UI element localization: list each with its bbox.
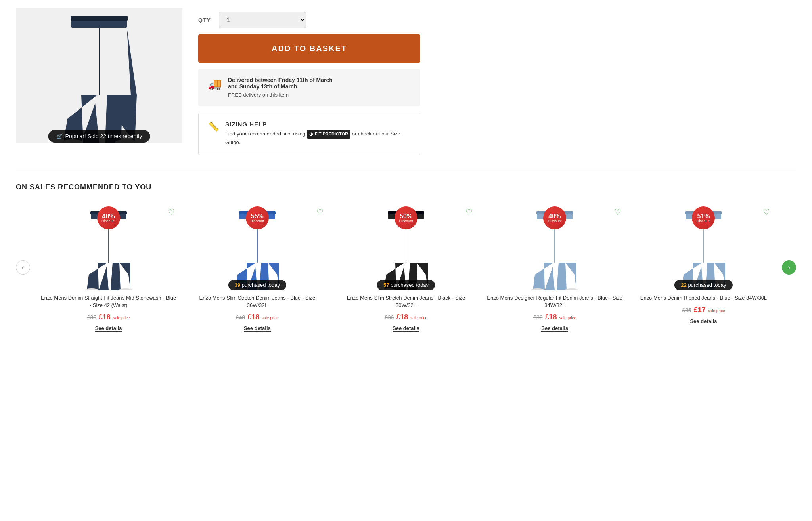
sizing-text: SIZING HELP Find your recommended size u…: [225, 121, 410, 147]
section-title: ON SALES RECOMMENDED TO YOU: [16, 183, 796, 191]
recommended-section: ON SALES RECOMMENDED TO YOU ‹ 48% Discou…: [16, 171, 796, 347]
carousel-next-button[interactable]: ›: [782, 260, 796, 275]
discount-label: Discount: [102, 219, 115, 223]
svg-marker-31: [555, 219, 576, 290]
discount-label: Discount: [399, 219, 413, 223]
original-price: £30: [533, 314, 542, 321]
see-details-link[interactable]: See details: [393, 325, 419, 332]
price-row: £40 £18 sale price: [236, 313, 279, 321]
product-card-2: 50% Discount ♡ 57 purchased today Enzo M…: [335, 203, 476, 331]
ruler-icon: 📏: [208, 122, 219, 132]
add-to-basket-button[interactable]: ADD TO BASKET: [198, 34, 420, 63]
original-price: £35: [682, 307, 691, 313]
free-delivery-text: FREE delivery on this item: [228, 92, 289, 98]
see-details-link[interactable]: See details: [690, 318, 717, 324]
sale-tag: sale price: [113, 316, 130, 321]
product-image-wrap: 40% Discount ♡: [485, 203, 625, 290]
product-card-3: 40% Discount ♡ Enzo Mens Designer Regula…: [485, 203, 625, 331]
product-name: Enzo Mens Designer Regular Fit Denim Jea…: [485, 294, 625, 309]
purchased-badge: 57 purchased today: [377, 280, 435, 290]
see-details-link[interactable]: See details: [95, 325, 122, 332]
see-details-link[interactable]: See details: [244, 325, 271, 332]
find-size-link[interactable]: Find your recommended size: [225, 131, 292, 137]
delivery-info-box: 🚚 Delivered between Friday 11th of March…: [198, 69, 420, 106]
product-name: Enzo Mens Denim Straight Fit Jeans Mid S…: [38, 294, 179, 309]
discount-label: Discount: [250, 219, 264, 223]
price-row: £30 £18 sale price: [533, 313, 576, 321]
discount-pct: 48%: [102, 213, 115, 219]
price-row: £35 £17 sale price: [682, 306, 725, 314]
original-price: £40: [236, 314, 245, 321]
wishlist-button[interactable]: ♡: [763, 207, 770, 217]
sale-tag: sale price: [262, 316, 279, 321]
discount-pct: 50%: [400, 213, 412, 219]
sizing-title: SIZING HELP: [225, 121, 410, 128]
discount-badge: 51% Discount: [692, 206, 715, 229]
purchased-badge: 39 purchased today: [228, 280, 286, 290]
discount-badge: 50% Discount: [395, 206, 417, 229]
purchased-num: 22: [681, 282, 686, 288]
sizing-help-box: 📏 SIZING HELP Find your recommended size…: [198, 113, 420, 155]
wishlist-button[interactable]: ♡: [465, 207, 473, 217]
svg-marker-2: [63, 28, 99, 143]
product-image-wrap: 50% Discount ♡ 57 purchased today: [335, 203, 476, 290]
product-cards-container: 48% Discount ♡ Enzo Mens Denim Straight …: [38, 203, 774, 331]
product-name: Enzo Mens Slim Stretch Denim Jeans - Bla…: [335, 294, 476, 309]
discount-badge: 55% Discount: [246, 206, 269, 229]
purchased-num: 39: [235, 282, 240, 288]
discount-pct: 51%: [697, 213, 710, 219]
svg-marker-3: [99, 28, 137, 143]
product-image: 🛒 Popular! Sold 22 times recently: [16, 8, 182, 143]
truck-icon: 🚚: [208, 78, 222, 91]
svg-marker-9: [87, 219, 109, 290]
qty-row: QTY 1 2 3 4 5: [198, 12, 796, 28]
product-name: Enzo Mens Denim Ripped Jeans - Blue - Si…: [639, 294, 768, 302]
top-section: 🛒 Popular! Sold 22 times recently QTY 1 …: [16, 0, 796, 171]
fit-predictor-icon: ◑: [309, 131, 313, 138]
popular-badge: 🛒 Popular! Sold 22 times recently: [48, 130, 150, 143]
delivery-text: Delivered between Friday 11th of March a…: [228, 77, 333, 98]
fit-predictor-badge: ◑ FIT PREDICTOR: [307, 130, 350, 139]
sale-tag: sale price: [708, 309, 725, 313]
discount-label: Discount: [548, 219, 562, 223]
purchased-badge: 22 purchased today: [674, 280, 732, 290]
discount-label: Discount: [697, 219, 710, 223]
sale-price: £18: [99, 313, 111, 321]
sale-tag: sale price: [410, 316, 427, 321]
fit-predictor-label: FIT PREDICTOR: [315, 131, 348, 138]
sale-tag: sale price: [559, 316, 576, 321]
product-image-wrap: 48% Discount ♡: [38, 203, 179, 290]
right-panel: QTY 1 2 3 4 5 ADD TO BASKET 🚚 Delivered …: [198, 8, 796, 155]
purchased-num: 57: [383, 282, 389, 288]
product-card-0: 48% Discount ♡ Enzo Mens Denim Straight …: [38, 203, 179, 331]
price-row: £35 £18 sale price: [87, 313, 130, 321]
delivery-dates: Delivered between Friday 11th of March a…: [228, 77, 333, 90]
product-card-1: 55% Discount ♡ 39 purchased today Enzo M…: [187, 203, 327, 331]
sale-price: £18: [545, 313, 557, 321]
svg-rect-1: [71, 16, 128, 21]
product-image-wrap: 55% Discount ♡ 39 purchased today: [187, 203, 327, 290]
original-price: £35: [87, 314, 96, 321]
svg-marker-30: [533, 219, 555, 290]
discount-pct: 40%: [548, 213, 561, 219]
sale-price: £18: [247, 313, 259, 321]
sizing-text-between: or check out our: [352, 131, 391, 137]
product-card-4: 51% Discount ♡ 22 purchased today Enzo M…: [633, 203, 774, 331]
svg-marker-10: [109, 219, 130, 290]
carousel-prev-button[interactable]: ‹: [16, 260, 30, 275]
product-image-area: 🛒 Popular! Sold 22 times recently: [16, 8, 182, 155]
wishlist-button[interactable]: ♡: [168, 207, 175, 217]
products-carousel: ‹ 48% Discount ♡ Enzo Mens Denim Straigh…: [16, 203, 796, 331]
sale-price: £18: [396, 313, 408, 321]
qty-label: QTY: [198, 17, 211, 23]
sizing-text-after: .: [239, 139, 241, 145]
product-name: Enzo Mens Slim Stretch Denim Jeans - Blu…: [187, 294, 327, 309]
original-price: £36: [385, 314, 394, 321]
wishlist-button[interactable]: ♡: [614, 207, 621, 217]
wishlist-button[interactable]: ♡: [316, 207, 324, 217]
product-image-wrap: 51% Discount ♡ 22 purchased today: [633, 203, 774, 290]
qty-select[interactable]: 1 2 3 4 5: [219, 12, 306, 28]
see-details-link[interactable]: See details: [541, 325, 568, 332]
discount-pct: 55%: [251, 213, 264, 219]
cart-icon: 🛒: [56, 133, 63, 139]
